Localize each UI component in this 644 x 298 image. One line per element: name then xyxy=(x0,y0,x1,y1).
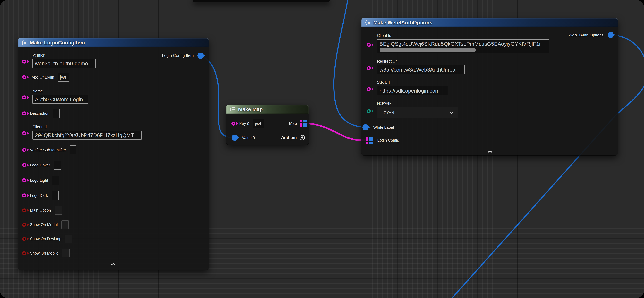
show-on-modal-checkbox[interactable] xyxy=(62,220,69,229)
node-header-make-map[interactable]: Make Map xyxy=(226,105,308,114)
pin-label-show-on-modal: Show On Modal xyxy=(30,222,58,227)
make-struct-icon xyxy=(21,40,27,46)
pin-logo-light[interactable] xyxy=(22,178,26,182)
client-id-scrollbar[interactable] xyxy=(380,48,476,52)
pin-show-on-modal[interactable] xyxy=(22,223,26,227)
pin-verifier-sub-identifier[interactable] xyxy=(22,148,26,152)
name-input[interactable]: Auth0 Custom Login xyxy=(32,95,88,104)
sdk-url-input[interactable]: https://sdk.openlogin.com xyxy=(377,86,448,96)
output-label-web3auth-options: Web 3Auth Options xyxy=(568,33,604,38)
pin-logo-dark[interactable] xyxy=(22,194,26,198)
key-0-input[interactable]: jwt xyxy=(253,119,264,128)
collapse-chevron-icon[interactable] xyxy=(487,150,493,154)
pin-verifier[interactable] xyxy=(22,60,26,64)
logo-hover-input[interactable] xyxy=(54,160,61,170)
pin-output-login-config-item[interactable] xyxy=(198,52,204,59)
main-option-checkbox[interactable] xyxy=(55,206,62,214)
add-pin-label: Add pin xyxy=(281,135,297,140)
collapse-chevron-icon[interactable] xyxy=(110,263,116,266)
pin-label-verifier-sub-identifier: Verifier Sub Identifier xyxy=(30,148,66,152)
pin-show-on-mobile[interactable] xyxy=(22,251,26,255)
redirect-url-input[interactable]: w3a://com.w3a.Web3AuthUnreal xyxy=(377,65,465,74)
node-make-map[interactable]: Make Map Key 0 jwt Map Value 0 Add pin xyxy=(226,105,308,145)
blueprint-graph-canvas[interactable]: Make LoginConfigItem Login Config Item V… xyxy=(0,0,644,298)
show-on-mobile-checkbox[interactable] xyxy=(62,249,70,258)
pin-label-type-of-login: Type Of Login xyxy=(30,75,54,80)
node-make-loginconfigitem[interactable]: Make LoginConfigItem Login Config Item V… xyxy=(18,38,209,270)
verifier-input[interactable]: web3auth-auth0-demo xyxy=(32,59,96,68)
client-id-input[interactable]: 294QRkchfq2YaXUbPri7D6PH7xzHgQMT xyxy=(32,130,142,140)
pin-label-client-id: Client Id xyxy=(32,125,142,129)
pin-label-sdk-url: Sdk Url xyxy=(377,80,448,85)
pin-label-description: Description xyxy=(30,111,50,116)
pin-label-login-config: Login Config xyxy=(377,138,399,142)
chevron-down-icon xyxy=(449,112,454,114)
pin-client-id[interactable] xyxy=(22,131,26,135)
pin-label-verifier: Verifier xyxy=(32,53,96,58)
offscreen-node-bottom-edge[interactable] xyxy=(193,0,330,2)
pin-white-label[interactable] xyxy=(362,124,368,130)
show-on-desktop-checkbox[interactable] xyxy=(65,234,72,243)
pin-label-logo-hover: Logo Hover xyxy=(30,163,50,168)
pin-value-0[interactable] xyxy=(232,134,238,141)
pin-label-logo-dark: Logo Dark xyxy=(30,193,48,198)
pin-type-of-login[interactable] xyxy=(22,75,26,79)
node-title: Make LoginConfigItem xyxy=(30,40,85,46)
node-header-make-loginconfigitem[interactable]: Make LoginConfigItem xyxy=(18,38,209,47)
type-of-login-input[interactable]: jwt xyxy=(58,73,69,82)
network-dropdown-value: CYAN xyxy=(384,110,394,115)
pin-label-logo-light: Logo Light xyxy=(30,178,48,183)
wire-top-to-whitelabel[interactable] xyxy=(334,0,366,127)
pin-label-show-on-mobile: Show On Mobile xyxy=(30,251,58,256)
client-id-input[interactable]: BEglQSgt4cUWcj6SKRdu5QkOXTsePmMcusG5EAoy… xyxy=(377,39,549,53)
pin-label-name: Name xyxy=(32,89,88,93)
node-title: Make Web3AuthOptions xyxy=(373,20,432,26)
pin-label-white-label: White Label xyxy=(373,125,394,130)
make-struct-icon xyxy=(364,20,371,26)
logo-dark-input[interactable] xyxy=(52,191,58,200)
node-header-make-web3authoptions[interactable]: Make Web3AuthOptions xyxy=(362,18,618,27)
pin-network[interactable] xyxy=(367,109,371,113)
pin-key-0[interactable] xyxy=(232,122,236,126)
pin-sdk-url[interactable] xyxy=(367,87,371,91)
pin-redirect-url[interactable] xyxy=(367,66,371,70)
pin-show-on-desktop[interactable] xyxy=(22,237,26,241)
make-map-icon xyxy=(230,106,236,112)
verifier-sub-identifier-input[interactable] xyxy=(70,146,76,154)
pin-description[interactable] xyxy=(22,112,26,116)
client-id-text: BEglQSgt4cUWcj6SKRdu5QkOXTsePmMcusG5EAoy… xyxy=(380,41,540,47)
pin-label-main-option: Main Option xyxy=(30,208,51,212)
pin-label-value-0: Value 0 xyxy=(242,136,255,140)
pin-main-option[interactable] xyxy=(22,208,26,212)
pin-label-network: Network xyxy=(377,101,458,106)
pin-login-config[interactable] xyxy=(366,137,373,144)
pin-output-web3auth-options[interactable] xyxy=(608,32,614,38)
pin-label-client-id: Client Id xyxy=(377,33,549,38)
node-title: Make Map xyxy=(238,106,263,112)
pin-logo-hover[interactable] xyxy=(22,163,26,167)
network-dropdown[interactable]: CYAN xyxy=(377,107,458,118)
pin-label-redirect-url: Redirect Url xyxy=(377,59,465,64)
description-input[interactable] xyxy=(53,109,60,118)
output-label-map: Map xyxy=(289,121,297,126)
pin-name[interactable] xyxy=(22,96,26,100)
output-label-login-config-item: Login Config Item xyxy=(162,53,194,58)
add-pin-plus-icon xyxy=(299,135,305,140)
pin-label-show-on-desktop: Show On Desktop xyxy=(30,236,62,241)
node-make-web3authoptions[interactable]: Make Web3AuthOptions Web 3Auth Options C… xyxy=(362,18,618,155)
add-pin-button[interactable]: Add pin xyxy=(281,134,305,141)
logo-light-input[interactable] xyxy=(52,176,59,185)
pin-output-map[interactable] xyxy=(300,120,307,127)
pin-label-key-0: Key 0 xyxy=(239,122,249,126)
pin-client-id[interactable] xyxy=(367,43,371,47)
